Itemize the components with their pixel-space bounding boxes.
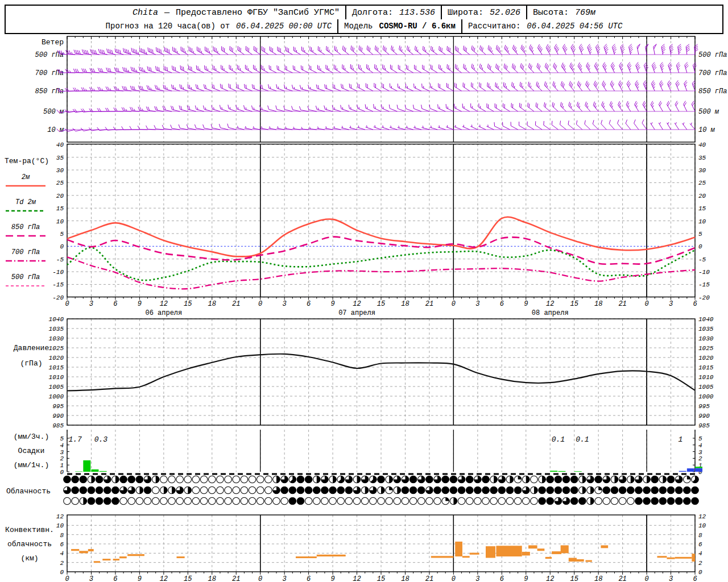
precipitation-panel: 5544332211001.70.30.10.11(мм/3ч.)Осадки(… xyxy=(14,430,702,476)
convective-segment xyxy=(486,546,495,558)
hour-label-bottom: 6 xyxy=(113,575,117,582)
conv-ytick-left: 10 xyxy=(56,522,64,529)
convective-title-1: Конвективн. xyxy=(5,526,54,534)
pres-ytick-right: 1040 xyxy=(698,316,714,323)
temp-ytick-left: 40 xyxy=(56,142,64,148)
hour-label: 0 xyxy=(65,300,69,308)
hour-label-bottom: 21 xyxy=(425,575,433,582)
precip-bar-rain xyxy=(695,467,702,468)
hour-label-bottom: 3 xyxy=(89,575,93,582)
hour-label: 18 xyxy=(401,300,409,308)
hour-label: 12 xyxy=(546,300,554,308)
wind-level-label-right: 500 м xyxy=(698,108,719,116)
precip-annotation: 1.7 xyxy=(68,435,82,444)
precip-bar-rain xyxy=(574,471,582,472)
date-label: 06 апреля xyxy=(145,309,182,317)
pres-ytick-right: 1000 xyxy=(698,393,714,400)
precip-annotation: 0.1 xyxy=(576,435,589,444)
hour-label: 15 xyxy=(184,300,192,308)
temp-ytick-right: -15 xyxy=(698,281,710,288)
temp-ytick-right: 30 xyxy=(698,167,706,174)
header1-seg-5: 113.536 xyxy=(399,8,436,18)
temp-ytick-left: 20 xyxy=(56,193,64,199)
header1-seg-11: 769м xyxy=(574,8,596,18)
conv-ytick-left: 8 xyxy=(60,532,64,539)
pres-ytick-left: 1020 xyxy=(49,355,64,361)
hour-label: 12 xyxy=(353,300,361,308)
precip-bar-rain xyxy=(558,471,565,472)
header-separator xyxy=(461,19,462,33)
prec-ytick-left: 3 xyxy=(60,449,64,456)
header-separator xyxy=(526,6,527,19)
convective-segment xyxy=(94,561,100,563)
pressure-series xyxy=(67,354,695,391)
cloudiness-panel: Облачность xyxy=(6,476,698,505)
hour-label-bottom: 15 xyxy=(570,575,578,582)
meteogram-chart: Ветер500 гПа500 гПа700 гПа700 гПа850 гПа… xyxy=(0,0,728,582)
convective-segment xyxy=(317,555,346,556)
header2-seg-6: Рассчитано: xyxy=(468,22,521,31)
pres-ytick-right: 985 xyxy=(698,422,710,429)
header-line-1: Chita—Предоставлено ФГБУ "ЗапСиб УГМС"До… xyxy=(5,5,723,20)
convective-segment xyxy=(545,557,552,559)
hour-label: 18 xyxy=(594,300,602,308)
hour-label: 18 xyxy=(208,300,216,308)
temp-ytick-right: 40 xyxy=(698,142,706,148)
temp-ytick-left: 30 xyxy=(56,167,64,174)
pres-ytick-right: 1010 xyxy=(698,374,714,381)
convective-segment xyxy=(470,553,479,555)
conv-ytick-left: 0 xyxy=(60,569,64,576)
temp-ytick-right: 0 xyxy=(698,243,702,250)
wind-barbs-row-3 xyxy=(57,101,695,113)
hour-label-bottom: 3 xyxy=(475,575,479,582)
hour-label: 6 xyxy=(113,300,117,308)
date-label: 08 апреля xyxy=(532,309,569,317)
hour-label: 9 xyxy=(524,300,528,308)
pres-ytick-left: 995 xyxy=(52,403,64,410)
pres-ytick-left: 1000 xyxy=(49,393,64,400)
convective-segment xyxy=(522,552,530,556)
wind-level-label-right: 500 гПа xyxy=(698,51,727,59)
temp-ytick-left: 10 xyxy=(56,218,64,225)
hour-label: 6 xyxy=(307,300,311,308)
wind-level-label-right: 700 гПа xyxy=(698,69,727,77)
pres-ytick-right: 1015 xyxy=(698,364,714,371)
prec-ytick-left: 2 xyxy=(60,455,64,462)
hour-label-bottom: 9 xyxy=(138,575,142,582)
convective-segment xyxy=(296,556,317,558)
conv-ytick-left: 12 xyxy=(56,513,64,520)
hour-label-bottom: 6 xyxy=(500,575,504,582)
header1-seg-2: Предоставлено ФГБУ "ЗапСиб УГМС" xyxy=(175,8,340,18)
conv-ytick-right: 12 xyxy=(698,513,706,520)
temp-ytick-left: 15 xyxy=(56,205,64,212)
hour-label-bottom: 12 xyxy=(546,575,554,582)
precip-bar-snow xyxy=(679,471,686,472)
legend-label-850 гПа: 850 гПа xyxy=(11,223,40,231)
convective-segment xyxy=(675,557,692,559)
temp-ytick-left: 35 xyxy=(56,155,64,161)
hour-label: 9 xyxy=(138,300,142,308)
hour-label: 9 xyxy=(330,300,334,308)
hour-label-bottom: 0 xyxy=(258,575,262,582)
hour-label: 21 xyxy=(232,300,240,308)
temp-ytick-right: -20 xyxy=(698,294,710,301)
pres-ytick-left: 1025 xyxy=(49,345,64,352)
header-separator xyxy=(441,6,442,19)
prec-ytick-left: 1 xyxy=(60,462,64,469)
convective-panel: 0022446688101012120369121518210369121518… xyxy=(5,513,706,582)
prec-ytick-left: 4 xyxy=(60,442,64,449)
hour-label-bottom: 3 xyxy=(669,575,673,582)
hour-label-bottom: 18 xyxy=(208,575,216,582)
hour-label-bottom: 0 xyxy=(452,575,456,582)
wind-barbs-row-2 xyxy=(57,81,696,92)
pres-ytick-left: 990 xyxy=(52,413,64,419)
pres-ytick-right: 1020 xyxy=(698,355,714,361)
temp-ytick-left: 0 xyxy=(60,243,64,250)
temperature-legend: Тем-ра(°C)2мTd 2м850 гПа700 гПа500 гПа xyxy=(5,157,49,286)
convective-segment xyxy=(586,560,592,562)
pres-ytick-left: 985 xyxy=(52,422,64,429)
conv-ytick-left: 4 xyxy=(60,550,64,557)
temp-ytick-right: 10 xyxy=(698,218,706,225)
pres-ytick-left: 1040 xyxy=(49,316,64,323)
prec-ytick-left: 0 xyxy=(60,469,64,476)
